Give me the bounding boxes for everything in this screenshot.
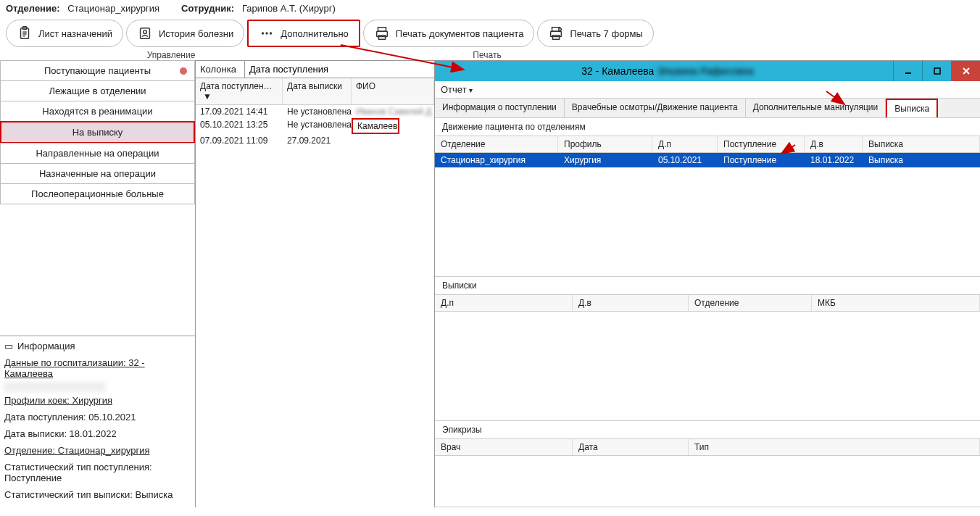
tab-info[interactable]: Информация о поступлении (435, 99, 565, 117)
grid-header[interactable]: Дата поступлен…▼ Дата выписки ФИО (196, 78, 434, 105)
filter-icon[interactable]: ▼ (203, 91, 212, 101)
print-label: Печать (342, 50, 632, 60)
info-profiles[interactable]: Профили коек: Хирургия (4, 392, 191, 409)
history-button[interactable]: История болезни (126, 20, 244, 47)
more-button[interactable]: Дополнительно (247, 20, 360, 47)
maximize-button[interactable] (922, 61, 951, 81)
svg-point-8 (266, 32, 268, 34)
info-admit: Дата поступления: 05.10.2021 (4, 409, 191, 425)
tab-manipulations[interactable]: Дополнительные манипуляции (746, 99, 886, 117)
minimize-button[interactable] (893, 61, 922, 81)
column-label: Колонка (196, 61, 245, 78)
tab-movement[interactable]: Врачебные осмотры/Движение пациента (565, 99, 746, 117)
epicrises-body (435, 456, 980, 507)
header: Отделение: Стационар_хирургия Сотрудник:… (0, 0, 980, 17)
discharges-title: Выписки (435, 277, 980, 295)
discharges-body (435, 312, 980, 420)
svg-rect-12 (378, 36, 385, 40)
history-label: История болезни (159, 28, 233, 39)
svg-rect-15 (553, 36, 560, 40)
table-row[interactable]: 05.10.2021 13:25 Не установлена Камалеев… (196, 118, 434, 134)
section-labels: Управление Печать (0, 50, 980, 60)
more-label: Дополнительно (281, 28, 349, 39)
sidebar-item-incoming[interactable]: Поступающие пациенты (0, 60, 195, 81)
titlebar[interactable]: 32 - Камалеева Эльвина Рафисовна (435, 61, 980, 81)
svg-point-9 (270, 32, 272, 34)
status-dot-icon (180, 67, 187, 75)
card-icon: ▭ (4, 341, 13, 351)
discharges-header[interactable]: Д.п Д.в Отделение МКБ (435, 295, 980, 312)
sidebar-item-inward[interactable]: Лежащие в отделении (0, 80, 195, 101)
epicrises-title: Эпикризы (435, 421, 980, 439)
info-panel: ▭Информация Данные по госпитализации: 32… (0, 336, 195, 507)
fio-highlight: Камалеева (352, 118, 399, 134)
sidebar-item-icu[interactable]: Находятся в реанимации (0, 101, 195, 122)
info-dept[interactable]: Отделение: Стационар_хирургия (4, 442, 191, 459)
sidebar: Поступающие пациенты Лежащие в отделении… (0, 61, 196, 507)
svg-rect-18 (934, 68, 940, 74)
emp-value: Гарипов А.Т. (Хирург) (242, 3, 336, 14)
info-stat-out: Статистический тип выписки: Выписка (4, 486, 191, 503)
col-admit[interactable]: Дата поступлен…▼ (196, 78, 283, 104)
column-input[interactable] (245, 61, 434, 78)
print7-label: Печать 7 формы (570, 28, 642, 39)
movement-body (435, 167, 980, 276)
movement-row[interactable]: Стационар_хирургия Хирургия 05.10.2021 П… (435, 153, 980, 167)
info-hosp[interactable]: Данные по госпитализации: 32 - Камалеева (4, 354, 191, 382)
printer-icon (374, 25, 390, 41)
table-row[interactable]: 07.09.2021 11:09 27.09.2021 (196, 134, 434, 147)
info-title: Информация (17, 341, 75, 351)
printer-form-icon (548, 25, 564, 41)
svg-point-7 (262, 32, 264, 34)
emp-label: Сотрудник: (181, 3, 234, 14)
printdocs-label: Печать документов пациента (396, 28, 524, 39)
assignments-label: Лист назначений (38, 28, 112, 39)
info-stat-in: Статистический тип поступления: Поступле… (4, 459, 191, 486)
movement-title: Движение пациента по отделениям (435, 118, 980, 136)
assignments-button[interactable]: Лист назначений (6, 20, 123, 47)
svg-rect-10 (378, 28, 386, 32)
info-discharge: Дата выписки: 18.01.2022 (4, 425, 191, 442)
report-menu[interactable]: Отчет (435, 81, 980, 99)
table-row[interactable]: 17.09.2021 14:41 Не установлена Иванов С… (196, 105, 434, 118)
dots-icon (259, 25, 275, 41)
sidebar-item-referred-ops[interactable]: Направленные на операции (0, 143, 195, 164)
chevron-down-icon (467, 84, 473, 95)
toolbar: Лист назначений История болезни Дополнит… (0, 17, 980, 50)
print7-button[interactable]: Печать 7 формы (537, 20, 653, 47)
dept-label: Отделение: (6, 3, 60, 14)
blurred-text (4, 382, 106, 392)
management-label: Управление (0, 50, 342, 60)
center-panel: Колонка Дата поступлен…▼ Дата выписки ФИ… (196, 61, 435, 507)
svg-point-16 (559, 28, 562, 31)
clipboard-icon (17, 25, 33, 41)
detail-window: 32 - Камалеева Эльвина Рафисовна Отчет И… (435, 61, 980, 507)
svg-point-6 (144, 30, 147, 34)
sidebar-item-discharge[interactable]: На выписку (0, 121, 195, 143)
close-button[interactable] (951, 61, 980, 81)
tab-discharge[interactable]: Выписка (886, 99, 938, 117)
col-fio[interactable]: ФИО (352, 78, 434, 104)
person-card-icon (137, 25, 153, 41)
sidebar-item-postop[interactable]: Послеоперационные больные (0, 183, 195, 204)
printdocs-button[interactable]: Печать документов пациента (363, 20, 535, 47)
epicrises-header[interactable]: Врач Дата Тип (435, 439, 980, 456)
movement-header[interactable]: Отделение Профиль Д.п Поступление Д.в Вы… (435, 136, 980, 153)
col-discharge[interactable]: Дата выписки (283, 78, 352, 104)
sidebar-item-assigned-ops[interactable]: Назначенные на операции (0, 163, 195, 184)
tabs: Информация о поступлении Врачебные осмот… (435, 99, 980, 118)
dept-value: Стационар_хирургия (67, 3, 159, 14)
window-title: 32 - Камалеева Эльвина Рафисовна (442, 65, 893, 77)
